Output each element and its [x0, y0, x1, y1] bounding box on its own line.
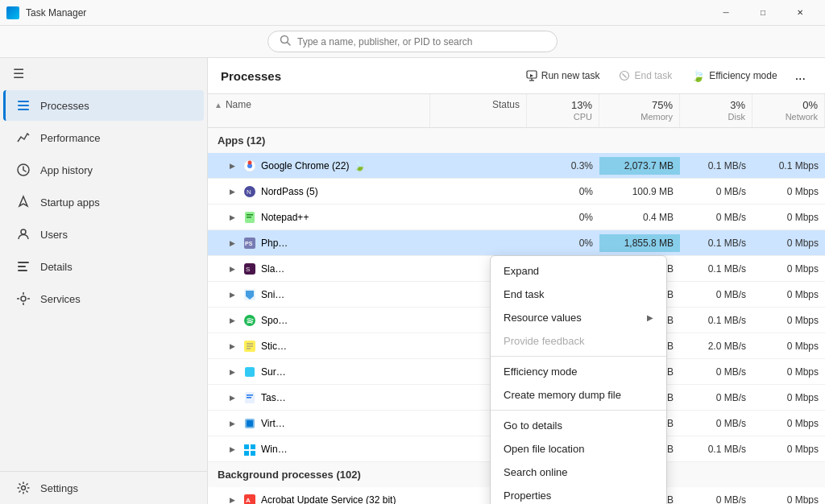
sidebar-label-services: Services: [40, 293, 81, 305]
col-header-cpu[interactable]: 13% CPU: [527, 94, 599, 127]
svg-rect-38: [247, 395, 253, 396]
network-cell: 0 Mbps: [752, 415, 825, 432]
svg-rect-7: [18, 262, 29, 263]
sidebar-item-settings[interactable]: Settings: [3, 473, 204, 503]
hamburger-icon[interactable]: ☰: [0, 58, 207, 89]
status-cell: [430, 240, 527, 246]
memory-cell: 2,073.7 MB: [599, 157, 680, 175]
expand-arrow[interactable]: ▶: [227, 495, 237, 505]
svg-rect-3: [18, 105, 29, 106]
status-cell: [430, 163, 527, 169]
app-name: Notepad++: [261, 212, 309, 223]
expand-arrow[interactable]: ▶: [227, 444, 237, 454]
col-header-status[interactable]: Status: [430, 94, 527, 127]
disk-cell: 0.1 MB/s: [680, 157, 752, 175]
expand-arrow[interactable]: ▶: [227, 213, 237, 222]
context-item-label: Efficiency mode: [504, 366, 578, 378]
app-icon-notepadpp: [243, 211, 256, 224]
efficiency-mode-button[interactable]: 🍃 Efficiency mode: [683, 65, 786, 86]
expand-arrow[interactable]: ▶: [227, 290, 237, 300]
app-icon-snip: [243, 288, 256, 301]
row-name-cell: ▶ Virt…: [208, 414, 430, 433]
table-row[interactable]: ▶ Google Chrome (22) 🍃 0.3% 2,073.7 MB 0…: [208, 153, 825, 179]
expand-arrow[interactable]: ▶: [227, 238, 237, 248]
network-cell: 0 Mbps: [752, 183, 825, 200]
col-header-name[interactable]: ▲ Name: [208, 94, 430, 127]
row-name-cell: ▶ Spo…: [208, 311, 430, 330]
context-item-go-to-details[interactable]: Go to details: [491, 414, 666, 437]
expand-arrow[interactable]: ▶: [227, 264, 237, 274]
sidebar-item-services[interactable]: Services: [3, 283, 204, 314]
table-row[interactable]: ▶ PS Php… 0% 1,855.8 MB 0.1 MB/s 0 Mbps: [208, 230, 825, 256]
acrobat-icon: A: [243, 494, 256, 505]
svg-rect-2: [18, 101, 29, 102]
disk-cell: 0.1 MB/s: [680, 260, 752, 278]
context-item-end-task[interactable]: End task: [491, 283, 666, 306]
more-options-button[interactable]: ...: [789, 64, 812, 87]
sidebar-item-details[interactable]: Details: [3, 251, 204, 282]
expand-arrow[interactable]: ▶: [227, 341, 237, 351]
disk-cell: 0.1 MB/s: [680, 440, 752, 458]
settings-icon: [16, 481, 31, 495]
table-row[interactable]: ▶ Notepad++ 0% 0.4 MB 0 MB/s 0 Mbps: [208, 204, 825, 230]
app-title: Task Manager: [26, 7, 86, 19]
end-task-button[interactable]: End task: [611, 66, 680, 85]
context-item-create-memory-dump[interactable]: Create memory dump file: [491, 383, 666, 407]
context-item-label: Provide feedback: [504, 335, 584, 347]
minimize-button[interactable]: ─: [707, 0, 744, 26]
app-name: Spo…: [261, 315, 288, 326]
context-item-label: End task: [504, 288, 545, 300]
context-item-efficiency-mode[interactable]: Efficiency mode: [491, 360, 666, 383]
app-icon-virtual: [243, 417, 256, 430]
svg-rect-23: [247, 214, 253, 216]
context-item-properties[interactable]: Properties: [491, 484, 666, 504]
maximize-button[interactable]: □: [744, 0, 781, 26]
efficiency-leaf-icon: 🍃: [354, 160, 366, 171]
memory-cell: 1,855.8 MB: [599, 234, 680, 252]
startup-icon: [16, 195, 31, 209]
context-item-search-online[interactable]: Search online: [491, 461, 666, 484]
sidebar-bottom: Settings: [0, 471, 207, 504]
table-row[interactable]: ▶ N NordPass (5) 0% 100.9 MB 0 MB/s 0 Mb…: [208, 179, 825, 204]
search-input[interactable]: [297, 36, 545, 48]
expand-arrow[interactable]: ▶: [227, 393, 237, 403]
app-icon: [6, 6, 19, 19]
sidebar-item-performance[interactable]: Performance: [3, 122, 204, 153]
col-header-network[interactable]: 0% Network: [752, 94, 825, 127]
network-cell: 0 Mbps: [752, 363, 825, 381]
expand-arrow[interactable]: ▶: [227, 187, 237, 196]
services-icon: [16, 291, 31, 306]
row-name-cell: ▶ Sur…: [208, 362, 430, 382]
app-icon-task: [243, 391, 256, 404]
col-header-disk[interactable]: 3% Disk: [680, 94, 752, 127]
context-item-label: Go to details: [504, 419, 562, 432]
context-item-expand[interactable]: Expand: [491, 259, 666, 283]
sidebar-item-users[interactable]: Users: [3, 219, 204, 250]
network-cell: 0 Mbps: [752, 389, 825, 407]
svg-rect-44: [244, 451, 249, 456]
expand-arrow[interactable]: ▶: [227, 316, 237, 325]
svg-point-6: [21, 229, 26, 234]
run-new-task-button[interactable]: Run new task: [518, 66, 608, 85]
context-item-resource-values[interactable]: Resource values▶: [491, 306, 666, 329]
search-bar-container: [0, 26, 825, 58]
title-bar: Task Manager ─ □ ✕: [0, 0, 825, 26]
col-header-memory[interactable]: 75% Memory: [599, 94, 680, 127]
sidebar-item-processes[interactable]: Processes: [3, 90, 204, 121]
disk-cell: 0 MB/s: [680, 389, 752, 407]
expand-arrow[interactable]: ▶: [227, 367, 237, 377]
run-task-icon: [526, 70, 537, 81]
svg-line-16: [623, 74, 627, 78]
expand-arrow[interactable]: ▶: [227, 419, 237, 428]
context-item-open-file-location[interactable]: Open file location: [491, 437, 666, 461]
sidebar: ☰ Processes Performance: [0, 58, 208, 504]
sidebar-item-app-history[interactable]: App history: [3, 155, 204, 185]
svg-rect-9: [18, 270, 27, 271]
leaf-icon: 🍃: [691, 69, 705, 82]
svg-point-19: [248, 160, 252, 164]
details-icon: [16, 259, 31, 274]
title-bar-left: Task Manager: [6, 6, 86, 19]
expand-arrow[interactable]: ▶: [227, 161, 237, 171]
sidebar-item-startup-apps[interactable]: Startup apps: [3, 187, 204, 217]
close-button[interactable]: ✕: [781, 0, 819, 26]
